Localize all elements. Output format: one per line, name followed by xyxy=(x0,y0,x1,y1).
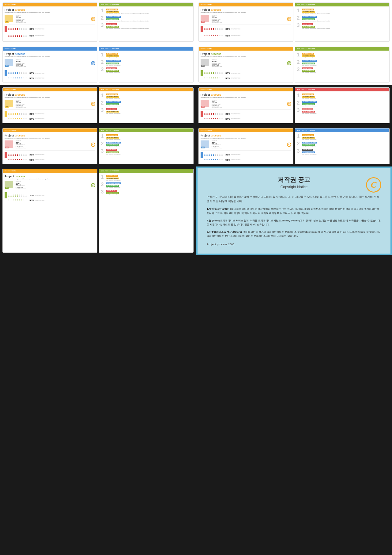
svg-rect-234 xyxy=(17,196,18,197)
c-logo-copyright: C xyxy=(366,177,381,193)
process-item-1: 1 THE INDIVIDUAL TEAM THE SUCCESS PROCES… xyxy=(101,8,192,14)
svg-point-193 xyxy=(17,159,18,160)
svg-rect-9 xyxy=(17,29,18,30)
svg-point-181 xyxy=(19,154,20,155)
svg-point-212 xyxy=(220,154,221,155)
svg-rect-122 xyxy=(13,114,14,115)
svg-rect-120 xyxy=(11,114,12,115)
svg-rect-3 xyxy=(11,29,12,30)
svg-rect-45 xyxy=(213,29,214,30)
project-title-2: Project process xyxy=(201,8,291,11)
svg-point-115 xyxy=(220,77,221,78)
svg-point-251 xyxy=(26,200,27,201)
quadrant-2-2: PROFESSIONAL Project process Lorem labor… xyxy=(196,44,392,85)
svg-point-185 xyxy=(24,154,24,155)
svg-point-138 xyxy=(15,118,16,119)
svg-point-227 xyxy=(11,194,12,195)
svg-point-2 xyxy=(11,28,12,29)
svg-point-42 xyxy=(211,28,212,29)
copyright-section-2: 2.본 (Book) 크리에이티브 서비스 업체, 저작물 크리에이티브 커먼즈… xyxy=(207,219,381,227)
svg-rect-145 xyxy=(205,114,205,115)
svg-rect-155 xyxy=(215,114,216,115)
slide-right-5-1: NEW PROJECT PROCESS 1 THE INDIVIDUAL TEA… xyxy=(99,169,194,253)
svg-point-92 xyxy=(207,72,208,73)
svg-point-34 xyxy=(26,35,27,36)
quadrant-4-1: PROFESSIONAL Project process Lorem labor… xyxy=(0,126,196,166)
svg-rect-186 xyxy=(24,155,24,156)
svg-point-90 xyxy=(205,72,205,73)
svg-point-129 xyxy=(21,113,22,114)
new-project-label: NEW PROJECT PROCESS xyxy=(101,4,119,6)
svg-rect-130 xyxy=(21,114,22,115)
svg-point-131 xyxy=(24,113,24,114)
svg-point-225 xyxy=(9,194,9,195)
svg-point-133 xyxy=(26,113,27,114)
quadrant-1-1: PROFESSIONAL Project process Lorem labor… xyxy=(0,0,196,44)
concept-info: CONCEPT 20% AWESOME TEAM CREATIVE Lorem … xyxy=(16,15,90,23)
copyright-intro: 귀하는 이 문서의 내용을 허락 없이 수정하거나 재배포할 수 없습니다. 이… xyxy=(207,195,381,204)
svg-point-88 xyxy=(24,77,24,78)
svg-point-112 xyxy=(213,77,214,78)
svg-point-16 xyxy=(26,28,27,29)
slide-right-4-1: NEW PROJECT PROCESS 1 THE INDIVIDUAL TEA… xyxy=(99,128,194,164)
svg-point-75 xyxy=(21,72,22,73)
svg-point-56 xyxy=(209,35,210,36)
people-icons-2 xyxy=(8,35,28,37)
concept-box: 40% xyxy=(5,15,14,23)
svg-point-154 xyxy=(215,113,216,114)
row-4: PROFESSIONAL Project process Lorem labor… xyxy=(0,126,392,166)
svg-point-223 xyxy=(220,159,221,160)
svg-point-46 xyxy=(215,28,216,29)
slide-left-3-1: PROFESSIONAL Project process Lorem labor… xyxy=(2,87,97,123)
copyright-title-en: Copyright Notice xyxy=(207,185,381,189)
svg-point-106 xyxy=(222,72,223,73)
svg-point-204 xyxy=(211,154,212,155)
svg-point-160 xyxy=(222,113,223,114)
svg-rect-11 xyxy=(19,29,20,30)
svg-point-86 xyxy=(19,77,20,78)
svg-point-146 xyxy=(207,113,208,114)
svg-point-250 xyxy=(24,200,24,201)
svg-point-48 xyxy=(217,28,218,29)
svg-point-163 xyxy=(207,118,208,119)
svg-rect-53 xyxy=(222,29,223,30)
svg-rect-228 xyxy=(11,196,12,197)
svg-rect-72 xyxy=(17,73,18,74)
svg-point-221 xyxy=(215,159,216,160)
svg-rect-13 xyxy=(21,29,22,30)
row-5: PROFESSIONAL Project process Lorem labor… xyxy=(0,166,392,255)
svg-rect-21 xyxy=(11,36,12,37)
slide-left-1-1: PROFESSIONAL Project process Lorem labor… xyxy=(2,2,97,42)
svg-point-136 xyxy=(11,118,12,119)
svg-rect-107 xyxy=(222,73,223,74)
svg-point-152 xyxy=(213,113,214,114)
svg-point-166 xyxy=(213,118,214,119)
svg-point-67 xyxy=(13,72,14,73)
svg-rect-215 xyxy=(222,155,223,156)
svg-point-0 xyxy=(9,28,9,29)
svg-point-73 xyxy=(19,72,20,73)
svg-rect-7 xyxy=(15,29,16,30)
svg-point-231 xyxy=(15,194,16,195)
svg-rect-172 xyxy=(9,155,9,156)
svg-rect-147 xyxy=(207,114,208,115)
svg-rect-39 xyxy=(207,29,208,30)
svg-point-222 xyxy=(217,159,218,160)
svg-rect-29 xyxy=(19,36,20,37)
svg-rect-93 xyxy=(207,73,208,74)
svg-rect-238 xyxy=(21,196,22,197)
svg-rect-97 xyxy=(211,73,212,74)
header-label: PROFESSIONAL xyxy=(5,4,16,6)
svg-point-62 xyxy=(222,35,223,36)
svg-rect-174 xyxy=(11,155,12,156)
svg-point-110 xyxy=(209,77,210,78)
svg-point-125 xyxy=(17,113,18,114)
slide-right-3-1: NEW PROJECT PROCESS 1 THE INDIVIDUAL TEA… xyxy=(99,87,194,123)
svg-rect-99 xyxy=(213,73,214,74)
svg-rect-35 xyxy=(26,36,27,37)
svg-point-140 xyxy=(19,118,20,119)
svg-point-177 xyxy=(15,154,16,155)
svg-rect-207 xyxy=(213,155,214,156)
svg-point-24 xyxy=(15,35,16,36)
svg-point-117 xyxy=(9,113,9,114)
